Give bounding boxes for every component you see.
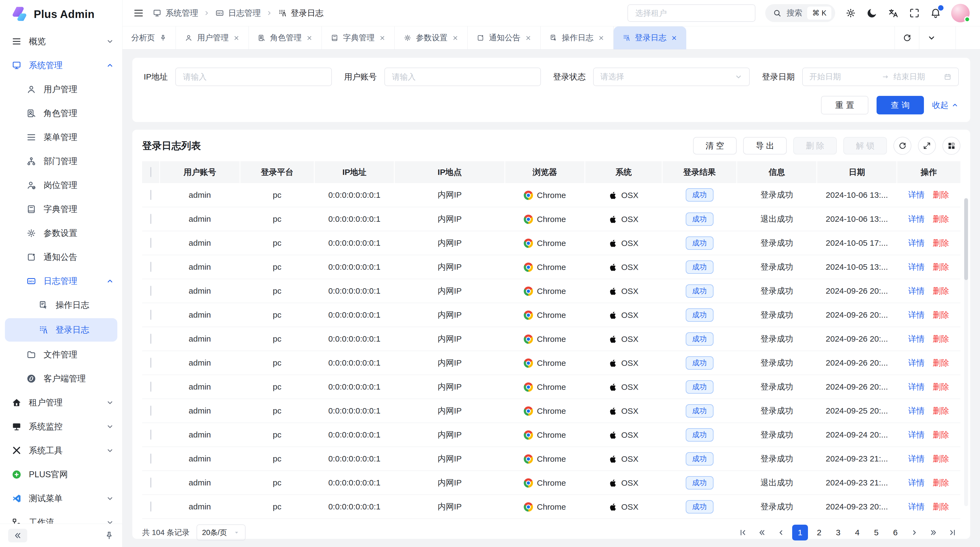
delete-link[interactable]: 删除 bbox=[932, 310, 949, 319]
delete-link[interactable]: 删除 bbox=[932, 502, 949, 511]
hamburger-icon[interactable] bbox=[133, 7, 144, 19]
content-fullscreen-button[interactable] bbox=[956, 26, 980, 49]
tab[interactable]: 通知公告 bbox=[468, 26, 541, 49]
delete-link[interactable]: 删除 bbox=[932, 190, 949, 199]
global-search[interactable]: 搜索 ⌘ K bbox=[765, 4, 835, 22]
delete-link[interactable]: 删除 bbox=[932, 382, 949, 391]
scrollbar-thumb[interactable] bbox=[964, 198, 968, 280]
query-button[interactable]: 查询 bbox=[877, 96, 924, 115]
row-checkbox[interactable] bbox=[150, 190, 151, 200]
breadcrumb-item[interactable]: 登录日志 bbox=[278, 8, 323, 19]
delete-link[interactable]: 删除 bbox=[932, 358, 949, 367]
sidebar-item[interactable]: 文件管理 bbox=[0, 343, 122, 367]
back-5-pages-button[interactable] bbox=[754, 525, 770, 541]
detail-link[interactable]: 详情 bbox=[908, 454, 924, 463]
row-checkbox[interactable] bbox=[150, 382, 151, 392]
delete-link[interactable]: 删除 bbox=[932, 430, 949, 439]
sidebar-item[interactable]: 概览 bbox=[0, 29, 122, 53]
expand-table-button[interactable] bbox=[918, 137, 936, 155]
row-checkbox[interactable] bbox=[150, 454, 151, 464]
sidebar-item[interactable]: 测试菜单 bbox=[0, 486, 122, 510]
sidebar-item[interactable]: 用户管理 bbox=[0, 77, 122, 101]
breadcrumb-item[interactable]: 系统管理 bbox=[153, 8, 198, 19]
sidebar-item[interactable]: 系统监控 bbox=[0, 415, 122, 439]
detail-link[interactable]: 详情 bbox=[908, 502, 924, 511]
last-page-button[interactable] bbox=[945, 525, 960, 541]
detail-link[interactable]: 详情 bbox=[908, 214, 924, 223]
sidebar-item[interactable]: 操作日志 bbox=[0, 293, 122, 317]
tab-menu-button[interactable] bbox=[919, 26, 943, 49]
forward-5-pages-button[interactable] bbox=[926, 525, 941, 541]
sidebar-item[interactable]: 登录日志 bbox=[5, 318, 117, 341]
notifications-button[interactable] bbox=[930, 7, 941, 19]
pin-icon[interactable] bbox=[104, 531, 114, 541]
row-checkbox[interactable] bbox=[150, 501, 151, 512]
language-icon[interactable] bbox=[888, 7, 899, 19]
page-button[interactable]: 1 bbox=[792, 525, 808, 541]
page-button[interactable]: 5 bbox=[869, 525, 884, 541]
delete-link[interactable]: 删除 bbox=[932, 478, 949, 487]
row-checkbox[interactable] bbox=[150, 238, 151, 248]
detail-link[interactable]: 详情 bbox=[908, 310, 924, 319]
sidebar-item[interactable]: 系统工具 bbox=[0, 439, 122, 462]
row-checkbox[interactable] bbox=[150, 262, 151, 272]
delete-link[interactable]: 删除 bbox=[932, 286, 949, 295]
sidebar-item[interactable]: 通知公告 bbox=[0, 245, 122, 269]
sidebar-item[interactable]: PLUS官网 bbox=[0, 462, 122, 486]
sidebar-item[interactable]: 菜单管理 bbox=[0, 125, 122, 149]
sidebar-item[interactable]: 系统管理 bbox=[0, 53, 122, 77]
refresh-tab-button[interactable] bbox=[894, 26, 919, 49]
sidebar-item[interactable]: 字典管理 bbox=[0, 197, 122, 221]
detail-link[interactable]: 详情 bbox=[908, 382, 924, 391]
column-settings-button[interactable] bbox=[942, 137, 960, 155]
detail-link[interactable]: 详情 bbox=[908, 238, 924, 247]
prev-page-button[interactable] bbox=[773, 525, 789, 541]
export-button[interactable]: 导出 bbox=[743, 137, 787, 155]
tab[interactable]: 字典管理 bbox=[322, 26, 395, 49]
page-button[interactable]: 2 bbox=[811, 525, 827, 541]
tab[interactable]: 分析页 bbox=[123, 26, 176, 49]
row-checkbox[interactable] bbox=[150, 214, 151, 224]
sidebar-item[interactable]: 工作流 bbox=[0, 510, 122, 523]
delete-link[interactable]: 删除 bbox=[932, 262, 949, 271]
detail-link[interactable]: 详情 bbox=[908, 190, 924, 199]
first-page-button[interactable] bbox=[735, 525, 751, 541]
row-checkbox[interactable] bbox=[150, 286, 151, 296]
detail-link[interactable]: 详情 bbox=[908, 334, 924, 343]
delete-link[interactable]: 删除 bbox=[932, 406, 949, 415]
sidebar-item[interactable]: 参数设置 bbox=[0, 221, 122, 245]
tab[interactable]: 登录日志 bbox=[614, 26, 686, 49]
tab[interactable]: 操作日志 bbox=[541, 26, 614, 49]
sidebar-item[interactable]: DEV日志管理 bbox=[0, 269, 122, 293]
page-button[interactable]: 6 bbox=[888, 525, 903, 541]
delete-link[interactable]: 删除 bbox=[932, 238, 949, 247]
collapse-filters-link[interactable]: 收起 bbox=[932, 100, 959, 111]
detail-link[interactable]: 详情 bbox=[908, 406, 924, 415]
row-checkbox[interactable] bbox=[150, 406, 151, 416]
delete-link[interactable]: 删除 bbox=[932, 214, 949, 223]
sidebar-item[interactable]: 租户管理 bbox=[0, 391, 122, 415]
refresh-table-button[interactable] bbox=[893, 137, 912, 155]
sidebar-item[interactable]: 部门管理 bbox=[0, 149, 122, 173]
delete-link[interactable]: 删除 bbox=[932, 334, 949, 343]
detail-link[interactable]: 详情 bbox=[908, 430, 924, 439]
avatar[interactable] bbox=[951, 4, 970, 22]
sidebar-collapse-button[interactable] bbox=[8, 529, 27, 542]
fullscreen-icon[interactable] bbox=[909, 7, 920, 19]
dark-mode-icon[interactable] bbox=[866, 7, 878, 19]
next-page-button[interactable] bbox=[907, 525, 922, 541]
tab[interactable]: 参数设置 bbox=[395, 26, 468, 49]
detail-link[interactable]: 详情 bbox=[908, 358, 924, 367]
settings-icon[interactable] bbox=[845, 7, 856, 19]
reset-button[interactable]: 重置 bbox=[821, 96, 869, 115]
sidebar-item[interactable]: 岗位管理 bbox=[0, 173, 122, 197]
tab[interactable]: 角色管理 bbox=[249, 26, 322, 49]
ip-input[interactable] bbox=[175, 67, 332, 86]
detail-link[interactable]: 详情 bbox=[908, 478, 924, 487]
delete-link[interactable]: 删除 bbox=[932, 454, 949, 463]
row-checkbox[interactable] bbox=[150, 310, 151, 320]
tab[interactable]: 用户管理 bbox=[176, 26, 249, 49]
row-checkbox[interactable] bbox=[150, 478, 151, 488]
row-checkbox[interactable] bbox=[150, 334, 151, 344]
page-size-select[interactable]: 20条/页 bbox=[197, 525, 245, 541]
